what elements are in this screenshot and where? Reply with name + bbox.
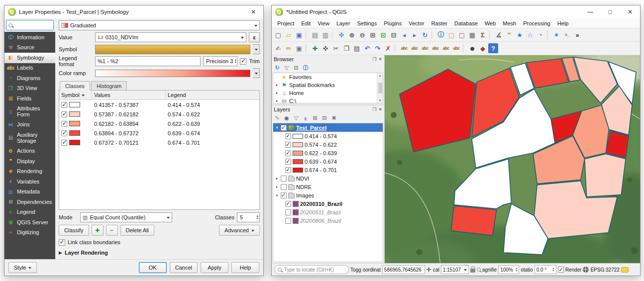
expand-arrow-icon[interactable]: ▸ xyxy=(275,99,279,103)
layer-labeling-options-icon[interactable]: abc xyxy=(399,43,409,53)
vertex-tool-icon[interactable]: ✜ xyxy=(321,43,330,53)
save-edits-icon[interactable]: ▣ xyxy=(294,43,304,53)
styling-panel-icon[interactable]: ✎ xyxy=(273,114,281,122)
measure-icon[interactable]: ∡ xyxy=(494,30,504,40)
mode-combo[interactable]: ▥ Equal Count (Quantile) xyxy=(80,212,172,222)
class-visibility-checkbox[interactable] xyxy=(61,111,67,117)
save-project-icon[interactable]: ▣ xyxy=(294,30,304,40)
sidebar-item-rendering[interactable]: ✱ Rendering xyxy=(4,167,55,177)
menu-web[interactable]: Web xyxy=(481,19,499,27)
spinner-arrows-icon[interactable]: ▴▾ xyxy=(516,267,517,272)
map-parcel[interactable] xyxy=(606,131,629,158)
magnifier-spinner[interactable]: 100% ▴▾ xyxy=(498,265,519,274)
layer-item-ndre[interactable]: ▸ NDRE xyxy=(273,183,383,191)
sidebar-item-source[interactable]: ⚒ Source xyxy=(4,43,55,53)
sidebar-item-information[interactable]: ⓘ Information xyxy=(4,32,55,43)
expand-arrow-icon[interactable]: ▸ xyxy=(275,185,279,189)
toolbar-overflow-icon[interactable]: » xyxy=(572,30,582,40)
collapse-all-icon[interactable]: ⊟ xyxy=(321,114,328,122)
layer-visibility-checkbox[interactable] xyxy=(285,201,291,207)
browser-item-c-drive[interactable]: ▸ ▤ C:\ xyxy=(273,97,383,103)
menu-raster[interactable]: Raster xyxy=(428,19,450,27)
processing-toolbox-icon[interactable]: ✶ xyxy=(551,30,561,40)
sidebar-item-dependencies[interactable]: ⊞ Dependencies xyxy=(4,197,55,207)
class-visibility-checkbox[interactable] xyxy=(61,140,67,146)
menu-plugins[interactable]: Plugins xyxy=(380,19,405,27)
spinner-arrows-icon[interactable]: ▴▾ xyxy=(234,59,236,64)
toolbar-separator[interactable] xyxy=(463,44,466,53)
symbol-preview-button[interactable] xyxy=(95,45,250,54)
new-project-icon[interactable]: ▢ xyxy=(273,30,283,40)
browser-scrollbar[interactable]: ▴ ▾ xyxy=(377,73,383,103)
menu-settings[interactable]: Settings xyxy=(353,19,380,27)
menu-database[interactable]: Database xyxy=(451,19,481,27)
delete-all-button[interactable]: Delete All xyxy=(120,225,154,236)
zoom-last-icon[interactable]: ◂ xyxy=(399,30,409,40)
class-color-swatch[interactable] xyxy=(69,121,80,126)
renderer-combo[interactable]: Graduated xyxy=(59,20,260,30)
toolbar-separator[interactable] xyxy=(306,30,309,39)
scale-lock-icon[interactable] xyxy=(470,269,475,273)
precision-spinner[interactable]: Precision 3 ▴▾ xyxy=(203,56,237,66)
collapse-arrow-icon[interactable]: ▾ xyxy=(275,126,279,130)
advanced-button[interactable]: Advanced xyxy=(219,225,260,236)
map-tips-icon[interactable]: ❞ xyxy=(504,30,514,40)
zoom-next-icon[interactable]: ▸ xyxy=(410,30,420,40)
rotation-spinner[interactable]: 0.0 ° ▴▾ xyxy=(535,265,556,274)
sidebar-item-qgis-server[interactable]: ▣ QGIS Server xyxy=(4,217,55,228)
trim-checkbox[interactable] xyxy=(240,58,246,65)
map-refresh-icon[interactable]: ↻ xyxy=(420,30,430,40)
extents-toggle-icon[interactable]: ✛ xyxy=(427,266,431,273)
zoom-in-icon[interactable]: ⊕ xyxy=(347,30,357,40)
raster-layer-item[interactable]: 20200511_Brazil xyxy=(273,208,383,216)
expand-arrow-icon[interactable]: ▸ xyxy=(275,91,279,95)
class-color-swatch[interactable] xyxy=(69,102,80,107)
label-pin-icon[interactable]: abc xyxy=(410,43,420,53)
class-color-swatch[interactable] xyxy=(69,130,80,136)
class-row[interactable]: 0.67372 - 0.70121 0.674 - 0.701 xyxy=(59,138,259,147)
render-checkbox[interactable] xyxy=(558,267,564,273)
browser-properties-icon[interactable]: ⓘ xyxy=(302,64,310,72)
toggle-editing-icon[interactable]: ✏ xyxy=(284,43,294,53)
spinner-arrows-icon[interactable]: ▴▾ xyxy=(553,267,554,272)
link-class-boundaries-checkbox[interactable] xyxy=(59,239,65,246)
browser-collapse-all-icon[interactable]: ⊟ xyxy=(292,64,300,72)
label-rotate-icon[interactable]: abc xyxy=(441,43,451,53)
locate-input[interactable]: Type to locate (Ctrl+K) xyxy=(274,265,349,274)
tab[interactable]: Classes xyxy=(60,81,90,91)
label-properties-icon[interactable]: abc xyxy=(451,43,461,53)
new-bookmark-icon[interactable]: ★ xyxy=(515,30,525,40)
profile-icon[interactable]: ☻ xyxy=(467,43,477,53)
sidebar-item-fields[interactable]: ▦ Fields xyxy=(4,94,55,104)
minimize-button[interactable]: — xyxy=(580,5,600,18)
dialog-titlebar[interactable]: Q Layer Properties - Test_Parcel | Symbo… xyxy=(4,5,263,18)
paste-features-icon[interactable]: ▤ xyxy=(352,43,362,53)
symbol-column-dropdown-icon[interactable] xyxy=(82,94,85,98)
main-titlebar[interactable]: Q *Untitled Project - QGIS — □ ✕ xyxy=(272,5,640,18)
group-visibility-checkbox[interactable] xyxy=(281,184,287,190)
group-visibility-checkbox[interactable] xyxy=(281,192,287,198)
zoom-full-icon[interactable]: ⊞ xyxy=(368,30,378,40)
menu-help[interactable]: Help xyxy=(554,19,572,27)
show-bookmarks-icon[interactable]: ☆ xyxy=(525,30,535,40)
attribute-table-icon[interactable]: ▦ xyxy=(467,30,477,40)
layer-visibility-checkbox[interactable] xyxy=(285,218,291,224)
class-visibility-checkbox[interactable] xyxy=(285,167,291,173)
class-visibility-checkbox[interactable] xyxy=(285,150,291,156)
classes-count-spinner[interactable]: 5 ▴▾ xyxy=(237,212,260,222)
python-console-icon[interactable]: >_ xyxy=(562,30,572,40)
raster-layer-item[interactable]: 20200310_Brazil xyxy=(273,199,383,208)
sidebar-item-auxiliary-storage[interactable]: ▤ Auxiliary Storage xyxy=(4,130,55,146)
style-button[interactable]: Style xyxy=(8,262,37,273)
maximize-button[interactable]: □ xyxy=(600,5,620,18)
select-features-icon[interactable]: ▢ xyxy=(446,30,456,40)
class-row[interactable]: 0.57387 - 0.62182 0.574 - 0.622 xyxy=(59,109,259,119)
sidebar-item-legend[interactable]: ≡ Legend xyxy=(4,207,55,218)
ok-button[interactable]: OK xyxy=(139,262,167,273)
toolbar-separator[interactable] xyxy=(395,44,398,53)
layer-class-item[interactable]: 0.622 - 0.639 xyxy=(273,149,383,157)
legend-column-header[interactable]: Legend xyxy=(166,91,259,99)
values-column-header[interactable]: Values xyxy=(92,91,166,99)
redo-icon[interactable]: ↷ xyxy=(373,43,383,53)
coordinate-input[interactable]: 586965,7645626 xyxy=(382,265,425,274)
